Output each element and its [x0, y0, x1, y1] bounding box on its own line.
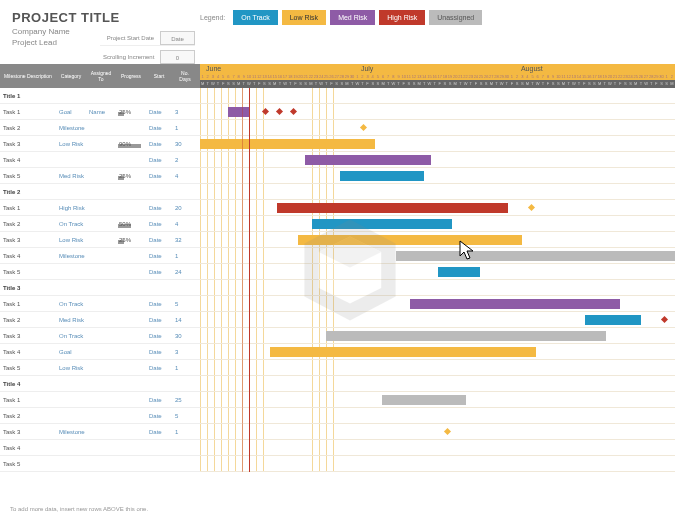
cell[interactable]: Low Risk	[56, 236, 86, 244]
cell[interactable]: Title 1	[0, 92, 56, 100]
cell[interactable]	[86, 175, 116, 177]
task-row[interactable]: Task 2MilestoneDate1	[0, 120, 200, 136]
cell[interactable]: Milestone	[56, 428, 86, 436]
cell[interactable]: 25%	[116, 108, 146, 116]
cell[interactable]	[116, 415, 146, 417]
cell[interactable]	[86, 239, 116, 241]
gantt-bar[interactable]	[410, 299, 620, 309]
cell[interactable]	[86, 399, 116, 401]
cell[interactable]: Goal	[56, 108, 86, 116]
cell[interactable]	[86, 431, 116, 433]
cell[interactable]: Task 4	[0, 444, 56, 452]
gantt-bar[interactable]	[585, 315, 641, 325]
cell[interactable]	[116, 319, 146, 321]
cell[interactable]	[56, 447, 86, 449]
scroll-increment-input[interactable]: 0	[160, 50, 195, 64]
cell[interactable]: Title 4	[0, 380, 56, 388]
cell[interactable]: Date	[146, 332, 172, 340]
cell[interactable]: Date	[146, 204, 172, 212]
cell[interactable]	[172, 447, 198, 449]
cell[interactable]	[116, 367, 146, 369]
cell[interactable]	[86, 287, 116, 289]
cell[interactable]	[116, 255, 146, 257]
gantt-bar[interactable]	[340, 171, 424, 181]
task-row[interactable]: Task 2Date5	[0, 408, 200, 424]
task-row[interactable]: Task 1Date25	[0, 392, 200, 408]
cell[interactable]: Task 3	[0, 332, 56, 340]
cell[interactable]: High Risk	[56, 204, 86, 212]
cell[interactable]	[172, 287, 198, 289]
task-row[interactable]: Task 3Low Risk90%Date30	[0, 136, 200, 152]
cell[interactable]	[146, 383, 172, 385]
cell[interactable]: 90%	[116, 140, 146, 148]
gantt-bar[interactable]	[438, 267, 480, 277]
task-row[interactable]: Task 1GoalName25%Date3	[0, 104, 200, 120]
cell[interactable]: 30	[172, 332, 198, 340]
cell[interactable]: 1	[172, 124, 198, 132]
cell[interactable]: Date	[146, 300, 172, 308]
gantt-bar[interactable]	[228, 107, 249, 117]
chart-area[interactable]	[200, 88, 675, 472]
cell[interactable]	[116, 351, 146, 353]
cell[interactable]: Date	[146, 316, 172, 324]
cell[interactable]	[146, 463, 172, 465]
cell[interactable]	[56, 271, 86, 273]
cell[interactable]	[86, 223, 116, 225]
cell[interactable]	[56, 399, 86, 401]
cell[interactable]: Date	[146, 428, 172, 436]
cell[interactable]: Milestone	[56, 124, 86, 132]
gantt-bar[interactable]	[396, 251, 675, 261]
task-row[interactable]: Task 2On Track50%Date4	[0, 216, 200, 232]
cell[interactable]: 25	[172, 396, 198, 404]
cell[interactable]	[172, 463, 198, 465]
cell[interactable]	[146, 447, 172, 449]
cell[interactable]: Task 4	[0, 252, 56, 260]
cell[interactable]	[86, 159, 116, 161]
gantt-bar[interactable]	[200, 139, 375, 149]
cell[interactable]: Task 1	[0, 204, 56, 212]
cell[interactable]	[86, 335, 116, 337]
cell[interactable]	[116, 271, 146, 273]
cell[interactable]: Date	[146, 268, 172, 276]
cell[interactable]	[56, 95, 86, 97]
cell[interactable]: 1	[172, 252, 198, 260]
cell[interactable]: Date	[146, 236, 172, 244]
cell[interactable]: Task 5	[0, 268, 56, 276]
cell[interactable]: Name	[86, 108, 116, 116]
cell[interactable]: Task 1	[0, 108, 56, 116]
cell[interactable]: 25%	[116, 172, 146, 180]
cell[interactable]	[116, 383, 146, 385]
cell[interactable]: Date	[146, 396, 172, 404]
cell[interactable]: On Track	[56, 300, 86, 308]
cell[interactable]	[86, 415, 116, 417]
cell[interactable]: Date	[146, 156, 172, 164]
cell[interactable]: 4	[172, 220, 198, 228]
cell[interactable]	[172, 95, 198, 97]
cell[interactable]: Milestone	[56, 252, 86, 260]
cell[interactable]: 2	[172, 156, 198, 164]
cell[interactable]: Task 3	[0, 236, 56, 244]
cell[interactable]	[116, 191, 146, 193]
cell[interactable]	[116, 127, 146, 129]
cell[interactable]: Task 2	[0, 124, 56, 132]
task-row[interactable]: Task 2Med RiskDate14	[0, 312, 200, 328]
cell[interactable]	[86, 367, 116, 369]
cell[interactable]: 1	[172, 364, 198, 372]
task-row[interactable]: Task 4	[0, 440, 200, 456]
cell[interactable]	[116, 431, 146, 433]
cell[interactable]	[116, 399, 146, 401]
group-title-row[interactable]: Title 4	[0, 376, 200, 392]
cell[interactable]: Date	[146, 108, 172, 116]
cell[interactable]: Title 3	[0, 284, 56, 292]
gantt-bar[interactable]	[298, 235, 522, 245]
task-row[interactable]: Task 5Date24	[0, 264, 200, 280]
cell[interactable]	[146, 191, 172, 193]
cell[interactable]	[86, 271, 116, 273]
task-row[interactable]: Task 1High RiskDate20	[0, 200, 200, 216]
cell[interactable]: Date	[146, 172, 172, 180]
cell[interactable]: Task 1	[0, 396, 56, 404]
cell[interactable]: Goal	[56, 348, 86, 356]
cell[interactable]	[56, 287, 86, 289]
cell[interactable]: Task 4	[0, 156, 56, 164]
gantt-bar[interactable]	[382, 395, 466, 405]
